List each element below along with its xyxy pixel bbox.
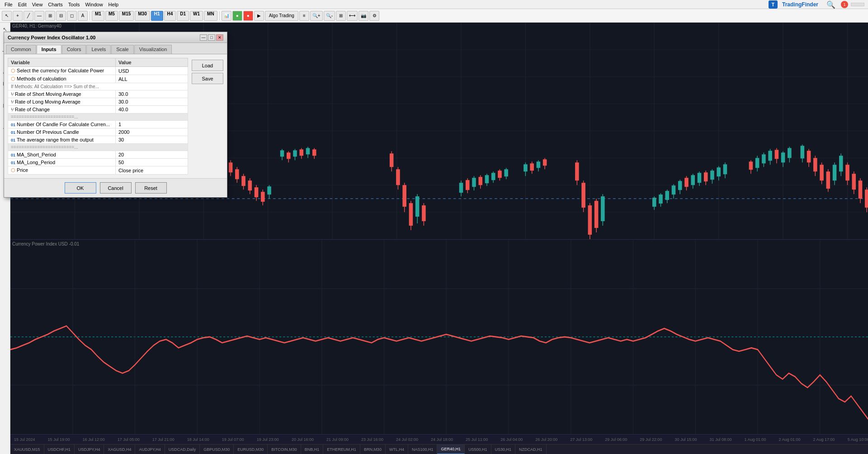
load-button[interactable]: Load: [192, 60, 223, 71]
row-var-5: ⅟ Rate of Long Moving Average: [8, 98, 116, 106]
dialog: Currency Power Index Oscillator 1.00 — □…: [4, 32, 227, 198]
color-icon-2: ⬡: [11, 76, 15, 81]
table-row: ⅟ Rate of Change: [8, 106, 188, 114]
dialog-tab-scale[interactable]: Scale: [111, 45, 134, 54]
num-icon-3: 01: [11, 138, 15, 142]
input-rate-change[interactable]: [118, 107, 185, 112]
num-icon-4: 01: [11, 153, 15, 157]
cancel-button[interactable]: Cancel: [100, 182, 132, 194]
dialog-tab-visualization[interactable]: Visualization: [134, 45, 172, 54]
num-icon-5: 01: [11, 161, 15, 165]
dialog-tab-inputs[interactable]: Inputs: [37, 45, 61, 54]
col-value: Value: [116, 58, 188, 67]
input-avg-range[interactable]: [118, 137, 185, 142]
row-var-14: ⬡ Price: [8, 166, 116, 175]
dialog-title-bar[interactable]: Currency Power Index Oscillator 1.00 — □…: [4, 32, 227, 43]
num-icon-2: 01: [11, 130, 15, 135]
row-val-8[interactable]: [116, 121, 188, 128]
dialog-right-buttons: Load Save: [188, 58, 223, 175]
input-currency[interactable]: [118, 68, 185, 74]
row-var-10: 01 The average range from the output: [8, 136, 116, 144]
num-icon-1: 01: [11, 123, 15, 127]
row-val-10[interactable]: [116, 136, 188, 144]
inputs-table: Variable Value ⬡ Select the currency for…: [8, 58, 188, 175]
reset-button[interactable]: Reset: [135, 182, 167, 194]
dialog-close-btn[interactable]: ✕: [216, 34, 223, 41]
dialog-tab-colors[interactable]: Colors: [62, 45, 86, 54]
table-row: 01 MA_Long_Period: [8, 159, 188, 166]
ok-button[interactable]: OK: [65, 182, 96, 194]
row-var-12: 01 MA_Short_Period: [8, 151, 116, 159]
input-prev-candle[interactable]: [118, 129, 185, 135]
dialog-maximize-btn[interactable]: □: [208, 34, 215, 41]
separator-1: ========================...: [8, 114, 188, 121]
row-val-12[interactable]: [116, 151, 188, 159]
input-methods[interactable]: [118, 76, 185, 82]
table-row: ⅟ Rate of Long Moving Average: [8, 98, 188, 106]
row-val-6[interactable]: [116, 106, 188, 114]
row-var-9: 01 Number Of Previous Candle: [8, 128, 116, 136]
row-val-13[interactable]: [116, 159, 188, 166]
color-icon-1: ⬡: [11, 68, 15, 73]
dialog-action-buttons: OK Cancel Reset: [4, 178, 227, 197]
table-row: 01 Number Of Previous Candle: [8, 128, 188, 136]
input-ma-short[interactable]: [118, 152, 185, 157]
table-row: 01 MA_Short_Period: [8, 151, 188, 159]
table-row: If Methods: All Calculation ==> Sum of t…: [8, 83, 188, 90]
dialog-overlay: Currency Power Index Oscillator 1.00 — □…: [0, 0, 868, 454]
row-val-5[interactable]: [116, 98, 188, 106]
dialog-minimize-btn[interactable]: —: [200, 34, 207, 41]
fraction-icon-2: ⅟: [11, 99, 14, 104]
save-button[interactable]: Save: [192, 73, 223, 84]
row-val-2[interactable]: [116, 75, 188, 83]
row-var-4: ⅟ Rate of Short Moving Average: [8, 90, 116, 98]
table-row: ⅟ Rate of Short Moving Average: [8, 90, 188, 98]
row-val-9[interactable]: [116, 128, 188, 136]
row-var-6: ⅟ Rate of Change: [8, 106, 116, 114]
separator-2: ========================...: [8, 144, 188, 151]
row-info-3: If Methods: All Calculation ==> Sum of t…: [8, 83, 188, 90]
table-row: ⬡ Price: [8, 166, 188, 175]
row-val-4[interactable]: [116, 90, 188, 98]
dialog-tabs: Common Inputs Colors Levels Scale Visual…: [4, 43, 227, 54]
fraction-icon-1: ⅟: [11, 92, 14, 97]
dialog-tab-common[interactable]: Common: [6, 45, 36, 54]
fraction-icon-3: ⅟: [11, 107, 14, 112]
dialog-tab-levels[interactable]: Levels: [86, 45, 111, 54]
row-val-1[interactable]: [116, 67, 188, 75]
row-var-13: 01 MA_Long_Period: [8, 159, 116, 166]
input-rate-long[interactable]: [118, 99, 185, 104]
col-variable: Variable: [8, 58, 116, 67]
table-row: 01 Number Of Candle For Calculate Curren…: [8, 121, 188, 128]
color-icon-3: ⬡: [11, 167, 15, 173]
row-val-14[interactable]: [116, 166, 188, 175]
table-row-separator-2: ========================...: [8, 144, 188, 151]
input-ma-long[interactable]: [118, 160, 185, 165]
input-rate-short[interactable]: [118, 91, 185, 97]
input-candle-count[interactable]: [118, 122, 185, 127]
row-var-2: ⬡ Methods of calculation: [8, 75, 116, 83]
input-price[interactable]: [118, 168, 185, 173]
dialog-controls: — □ ✕: [200, 34, 223, 41]
row-var-1: ⬡ Select the currency for Calculate Powe…: [8, 67, 116, 75]
dialog-title: Currency Power Index Oscillator 1.00: [8, 35, 95, 40]
table-row: 01 The average range from the output: [8, 136, 188, 144]
table-row: ⬡ Select the currency for Calculate Powe…: [8, 67, 188, 75]
dialog-main-area: Variable Value ⬡ Select the currency for…: [8, 58, 223, 175]
table-row: ⬡ Methods of calculation: [8, 75, 188, 83]
row-var-8: 01 Number Of Candle For Calculate Curren…: [8, 121, 116, 128]
table-row-separator-1: ========================...: [8, 114, 188, 121]
dialog-inputs-content: Variable Value ⬡ Select the currency for…: [4, 54, 227, 178]
